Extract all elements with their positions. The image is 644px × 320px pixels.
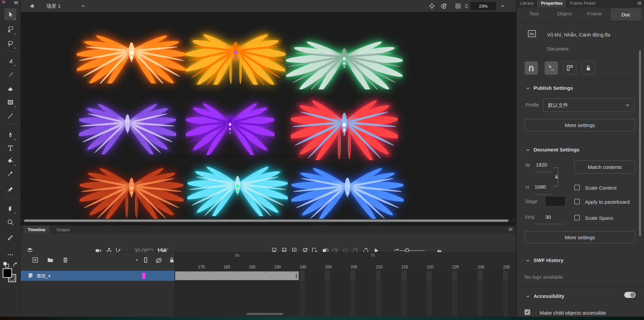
zoom-chevron-down-icon[interactable] bbox=[500, 3, 505, 9]
publish-settings-header[interactable]: Publish Settings bbox=[534, 85, 573, 91]
center-stage-icon[interactable] bbox=[429, 3, 435, 9]
publish-section-chevron-icon[interactable] bbox=[525, 86, 531, 91]
scale-content-checkbox[interactable] bbox=[574, 185, 580, 190]
wing-aqua-silver[interactable] bbox=[187, 152, 288, 216]
accessibility-header[interactable]: Accessibility bbox=[534, 293, 564, 299]
zoom-stepper[interactable] bbox=[464, 3, 469, 9]
selection-tool[interactable] bbox=[4, 8, 16, 20]
wing-flame-orange[interactable] bbox=[76, 18, 187, 83]
tab-library[interactable]: Library bbox=[520, 0, 534, 7]
zoom-tool[interactable] bbox=[4, 216, 16, 228]
snap-cut-toggle[interactable] bbox=[545, 61, 558, 75]
width-tool[interactable] bbox=[4, 232, 16, 244]
match-contents-button[interactable]: Match contents bbox=[574, 161, 635, 174]
tab-frame-picker[interactable]: Frame Picker bbox=[570, 0, 596, 7]
snap-to-grid-toggle[interactable] bbox=[525, 61, 538, 75]
swap-colors-icon[interactable] bbox=[12, 261, 19, 268]
hand-tool[interactable] bbox=[4, 202, 16, 214]
line-tool[interactable] bbox=[4, 110, 16, 122]
wing-violet-silver[interactable] bbox=[79, 91, 176, 154]
wing-azure[interactable] bbox=[291, 153, 404, 219]
empty-frame-cell[interactable] bbox=[452, 271, 457, 281]
fill-color-swatch[interactable] bbox=[3, 268, 12, 278]
canvas-hscrollbar-handle[interactable] bbox=[24, 219, 508, 222]
layer-color-swatch[interactable] bbox=[142, 273, 145, 279]
fluid-brush-tool[interactable] bbox=[4, 55, 16, 67]
accessibility-toggle[interactable] bbox=[624, 292, 636, 298]
classic-brush-tool[interactable] bbox=[4, 69, 16, 81]
empty-frame-cell[interactable] bbox=[325, 271, 330, 281]
eyedropper-tool[interactable] bbox=[4, 168, 16, 180]
publish-more-settings-button[interactable]: More settings bbox=[525, 119, 635, 131]
pen-tool[interactable] bbox=[4, 129, 16, 141]
panel-menu-icon[interactable] bbox=[637, 1, 642, 6]
empty-frame-cell[interactable] bbox=[300, 271, 305, 281]
swf-history-header[interactable]: SWF History bbox=[534, 257, 563, 263]
layer-list-empty[interactable] bbox=[21, 281, 175, 317]
subtab-frame[interactable]: Frame bbox=[587, 11, 602, 16]
scene-chevron-down-icon[interactable] bbox=[81, 3, 86, 9]
empty-frame-cell[interactable] bbox=[401, 271, 406, 281]
unlock-icon[interactable] bbox=[554, 174, 559, 179]
lock-layers-icon[interactable] bbox=[168, 257, 175, 263]
height-input[interactable]: 1080 bbox=[535, 184, 546, 190]
rectangle-tool[interactable] bbox=[4, 96, 16, 108]
empty-frame-cell[interactable] bbox=[478, 271, 483, 281]
profile-select[interactable]: 默认文件 bbox=[543, 99, 635, 112]
wing-gold-ornate[interactable] bbox=[185, 16, 286, 85]
layer-frame-track[interactable] bbox=[175, 271, 516, 281]
lasso-tool[interactable] bbox=[4, 38, 16, 50]
accessibility-section-chevron-icon[interactable] bbox=[525, 294, 531, 299]
timeline-hscrollbar-handle[interactable] bbox=[246, 313, 283, 315]
tools-panel-menu-icon[interactable] bbox=[13, 0, 19, 5]
empty-frame-cell[interactable] bbox=[376, 271, 381, 281]
docsettings-more-settings-button[interactable]: More settings bbox=[525, 231, 635, 243]
delete-layer-button[interactable] bbox=[62, 257, 69, 263]
wing-purple-glow[interactable] bbox=[186, 90, 275, 155]
wing-ember-red[interactable] bbox=[80, 153, 184, 219]
tab-output[interactable]: Output bbox=[53, 226, 73, 234]
clip-content-icon[interactable] bbox=[455, 3, 461, 9]
zoom-level-input[interactable]: 23% bbox=[470, 2, 496, 10]
text-tool[interactable] bbox=[4, 142, 16, 154]
new-folder-button[interactable] bbox=[47, 257, 54, 263]
layer-row[interactable]: 图层_4 bbox=[21, 271, 175, 281]
tab-timeline[interactable]: Timeline bbox=[23, 226, 50, 234]
width-input[interactable]: 1920 bbox=[536, 162, 547, 168]
default-colors-icon[interactable] bbox=[3, 261, 9, 268]
rulers-toggle[interactable] bbox=[563, 61, 577, 75]
swf-section-chevron-icon[interactable] bbox=[525, 258, 531, 263]
scene-name-label[interactable]: 场景 1 bbox=[46, 3, 61, 9]
docsettings-section-chevron-icon[interactable] bbox=[525, 147, 531, 153]
layer-frame-span[interactable] bbox=[175, 271, 299, 280]
timeline-zoom-slider-track[interactable] bbox=[399, 250, 425, 251]
more-tools[interactable] bbox=[4, 249, 16, 261]
timeline-ruler[interactable]: 1751801851901952002052102152202252302356… bbox=[175, 252, 516, 271]
child-accessible-checkbox[interactable] bbox=[525, 309, 530, 315]
eraser-tool[interactable] bbox=[4, 82, 16, 94]
wing-crimson-prism[interactable] bbox=[291, 85, 398, 160]
outline-view-icon[interactable] bbox=[142, 257, 149, 263]
subtab-object[interactable]: Object bbox=[557, 11, 572, 16]
empty-frame-cell[interactable] bbox=[350, 271, 355, 281]
new-layer-button[interactable] bbox=[32, 257, 39, 263]
lock-toggle[interactable] bbox=[582, 61, 595, 75]
hide-layers-icon[interactable] bbox=[155, 257, 162, 264]
rotation-tool-icon[interactable] bbox=[440, 3, 447, 9]
scale-spans-checkbox[interactable] bbox=[574, 215, 580, 220]
subselection-tool[interactable] bbox=[4, 23, 16, 36]
stage-color-swatch[interactable] bbox=[546, 197, 565, 206]
stage-canvas[interactable] bbox=[21, 12, 516, 226]
subtab-doc[interactable]: Doc bbox=[611, 8, 641, 20]
paint-bucket-tool[interactable] bbox=[4, 155, 16, 167]
fps-input[interactable]: 30 bbox=[545, 214, 551, 220]
empty-frame-cell[interactable] bbox=[427, 271, 432, 281]
apply-pasteboard-checkbox[interactable] bbox=[574, 199, 580, 204]
tab-properties[interactable]: Properties bbox=[541, 0, 562, 7]
asset-warp-tool[interactable] bbox=[4, 183, 16, 195]
subtab-tool[interactable]: Tool bbox=[529, 11, 539, 16]
timeline-menu-icon[interactable] bbox=[508, 227, 513, 232]
panel-vscrollbar-handle[interactable] bbox=[639, 50, 641, 236]
wing-silver-green[interactable] bbox=[286, 24, 403, 89]
edit-scene-clubs-icon[interactable]: ♣ bbox=[30, 2, 34, 10]
